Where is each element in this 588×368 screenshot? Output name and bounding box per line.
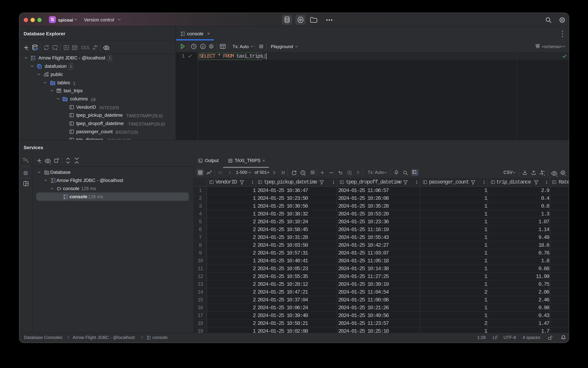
svg-text:p: p (202, 45, 204, 48)
